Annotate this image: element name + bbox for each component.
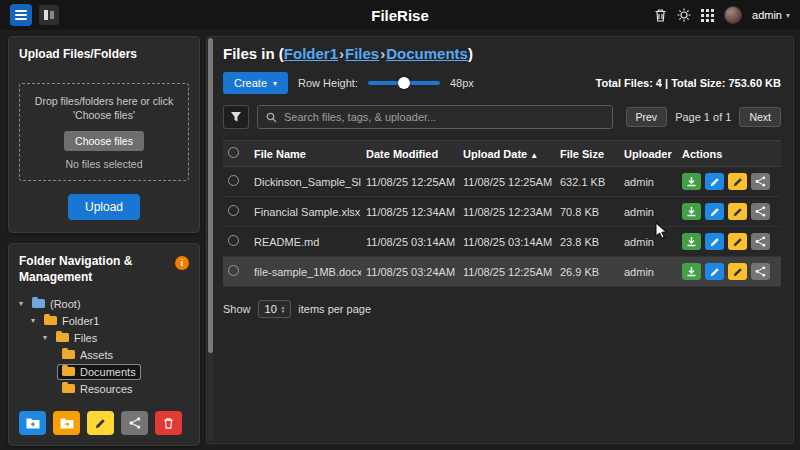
share-button[interactable] <box>751 233 770 250</box>
rename-button[interactable] <box>728 173 747 190</box>
breadcrumb-files[interactable]: Files <box>345 45 379 62</box>
upload-date-cell: 11/08/25 12:25AM <box>458 167 555 197</box>
prev-page-button[interactable]: Prev <box>626 107 668 127</box>
pencil-icon <box>733 207 743 217</box>
share-button[interactable] <box>751 263 770 280</box>
tree-item-label: (Root) <box>50 298 81 310</box>
table-row[interactable]: Dickinson_Sample_Slides.pptx 11/08/25 12… <box>223 167 781 197</box>
caret-down-icon[interactable]: ▾ <box>43 333 52 342</box>
table-row[interactable]: Financial Sample.xlsx 11/08/25 12:34AM 1… <box>223 197 781 227</box>
dropzone[interactable]: Drop files/folders here or click 'Choose… <box>19 83 189 181</box>
caret-down-icon[interactable]: ▾ <box>31 316 40 325</box>
file-name-cell: Dickinson_Sample_Slides.pptx <box>249 167 361 197</box>
uploader-cell: admin <box>619 227 677 257</box>
edit-button[interactable] <box>705 233 724 250</box>
row-height-slider[interactable] <box>368 77 440 89</box>
row-checkbox[interactable] <box>228 235 239 246</box>
column-header-upload-date[interactable]: Upload Date▲ <box>458 141 555 167</box>
pencil-icon <box>710 267 720 277</box>
info-icon[interactable]: i <box>175 256 189 270</box>
column-header-date-modified[interactable]: Date Modified <box>361 141 458 167</box>
folder-icon <box>44 316 57 325</box>
trash-icon <box>163 417 174 429</box>
table-header-row: File Name Date Modified Upload Date▲ Fil… <box>223 141 781 167</box>
tree-item-root[interactable]: ▾ (Root) <box>19 295 189 312</box>
upload-button[interactable]: Upload <box>68 194 140 220</box>
items-per-page-select[interactable]: 10 ▴▾ <box>258 300 292 318</box>
rename-button[interactable] <box>728 203 747 220</box>
table-row[interactable]: file-sample_1MB.docx 11/08/25 03:24AM 11… <box>223 257 781 287</box>
create-folder-button[interactable] <box>19 411 46 435</box>
tree-item-documents[interactable]: Documents <box>19 363 189 380</box>
share-button[interactable] <box>751 203 770 220</box>
pencil-icon <box>710 237 720 247</box>
date-modified-cell: 11/08/25 03:24AM <box>361 257 458 287</box>
column-header-file-size[interactable]: File Size <box>555 141 619 167</box>
main-scrollbar[interactable] <box>208 38 213 442</box>
grid-view-button[interactable] <box>701 9 714 22</box>
edit-button[interactable] <box>705 203 724 220</box>
caret-down-icon[interactable]: ▾ <box>19 299 28 308</box>
upload-card: Upload Files/Folders Drop files/folders … <box>8 36 200 233</box>
search-icon <box>258 112 284 123</box>
topbar: FileRise admin ▾ <box>0 0 800 30</box>
row-checkbox[interactable] <box>228 205 239 216</box>
move-folder-button[interactable] <box>53 411 80 435</box>
select-all-checkbox[interactable] <box>228 147 239 158</box>
menu-button[interactable] <box>10 4 32 26</box>
download-button[interactable] <box>682 203 701 220</box>
edit-button[interactable] <box>705 263 724 280</box>
main-panel: Files in (Folder1›Files›Documents) Creat… <box>206 36 794 444</box>
items-per-page: Show 10 ▴▾ items per page <box>223 300 781 318</box>
tree-item-label: Files <box>74 332 97 344</box>
uploader-cell: admin <box>619 257 677 287</box>
tree-item-label: Assets <box>80 349 113 361</box>
chevron-down-icon: ▾ <box>273 79 277 88</box>
page-indicator: Page 1 of 1 <box>675 111 731 123</box>
chevron-down-icon: ▾ <box>786 11 790 20</box>
slider-thumb[interactable] <box>398 77 410 89</box>
view-toggle-button[interactable] <box>39 5 59 25</box>
choose-files-button[interactable]: Choose files <box>64 131 144 151</box>
delete-folder-button[interactable] <box>155 411 182 435</box>
file-name-cell: README.md <box>249 227 361 257</box>
pencil-icon <box>95 418 106 429</box>
create-button[interactable]: Create ▾ <box>223 72 288 94</box>
sun-icon <box>677 8 691 22</box>
row-checkbox[interactable] <box>228 265 239 276</box>
rename-folder-button[interactable] <box>87 411 114 435</box>
trash-button[interactable] <box>654 8 667 22</box>
share-folder-button[interactable] <box>121 411 148 435</box>
column-header-uploader[interactable]: Uploader <box>619 141 677 167</box>
edit-button[interactable] <box>705 173 724 190</box>
next-page-button[interactable]: Next <box>739 107 781 127</box>
search-row: Prev Page 1 of 1 Next <box>223 105 781 129</box>
tree-item-files[interactable]: ▾ Files <box>19 329 189 346</box>
download-button[interactable] <box>682 233 701 250</box>
filter-button[interactable] <box>223 105 249 129</box>
user-avatar[interactable] <box>724 6 742 24</box>
upload-date-cell: 11/08/25 12:23AM <box>458 197 555 227</box>
theme-toggle-button[interactable] <box>677 8 691 22</box>
tree-item-label: Documents <box>80 366 136 378</box>
pagination: Prev Page 1 of 1 Next <box>626 107 781 127</box>
download-button[interactable] <box>682 263 701 280</box>
row-checkbox[interactable] <box>228 175 239 186</box>
rename-button[interactable] <box>728 233 747 250</box>
breadcrumb-documents[interactable]: Documents <box>386 45 468 62</box>
rename-button[interactable] <box>728 263 747 280</box>
download-button[interactable] <box>682 173 701 190</box>
breadcrumb-folder1[interactable]: Folder1 <box>284 45 338 62</box>
column-header-file-name[interactable]: File Name <box>249 141 361 167</box>
table-row[interactable]: README.md 11/08/25 03:14AM 11/08/25 03:1… <box>223 227 781 257</box>
tree-item-assets[interactable]: Assets <box>19 346 189 363</box>
file-size-cell: 26.9 KB <box>555 257 619 287</box>
user-menu[interactable]: admin ▾ <box>752 9 790 21</box>
tree-item-folder1[interactable]: ▾ Folder1 <box>19 312 189 329</box>
tree-item-resources[interactable]: Resources <box>19 380 189 397</box>
breadcrumb-separator: › <box>339 45 344 62</box>
share-button[interactable] <box>751 173 770 190</box>
scrollbar-thumb[interactable] <box>208 38 213 353</box>
search-input[interactable] <box>284 111 612 123</box>
no-files-label: No files selected <box>26 158 182 170</box>
